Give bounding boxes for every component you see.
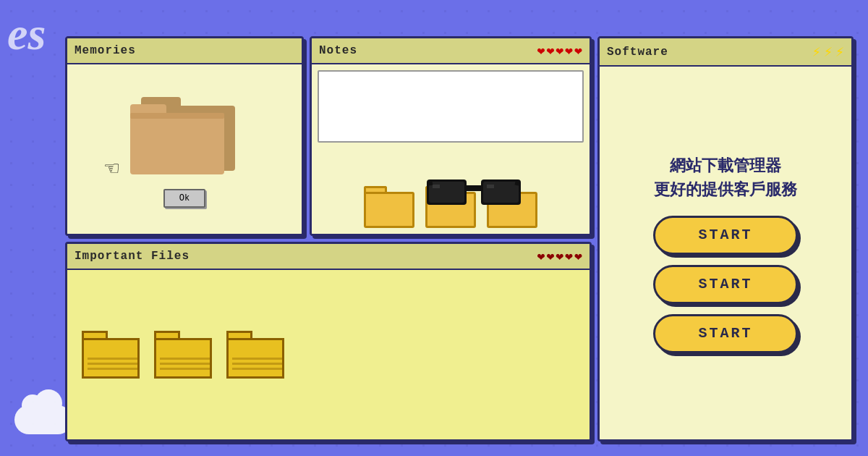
important-title: Important Files: [75, 250, 190, 263]
heart-1: ❤: [537, 43, 545, 59]
notes-titlebar: Notes ❤ ❤ ❤ ❤ ❤: [312, 38, 590, 64]
memories-inner: ☞ Ok: [127, 72, 242, 227]
cursor-hand-decoration: ☞: [105, 154, 119, 183]
important-folder-1[interactable]: [82, 331, 140, 379]
heart-5: ❤: [574, 43, 582, 59]
memories-titlebar: Memories: [67, 38, 302, 64]
lightning-1: ⚡: [812, 43, 821, 61]
notes-content-area: [312, 64, 590, 234]
notes-folders: [318, 150, 584, 228]
memories-content-area: ☞ Ok: [67, 64, 302, 234]
start-button-3[interactable]: START: [653, 314, 798, 353]
software-desc-line2: 更好的提供客戶服務: [654, 177, 797, 201]
important-heart-1: ❤: [537, 248, 545, 264]
heart-4: ❤: [565, 43, 573, 59]
svg-rect-14: [130, 113, 224, 174]
memories-window: Memories ☞: [65, 36, 304, 236]
svg-rect-16: [130, 113, 224, 119]
software-description: 網站下載管理器 更好的提供客戶服務: [654, 153, 797, 201]
important-folder-2[interactable]: [154, 331, 212, 379]
important-heart-4: ❤: [565, 248, 573, 264]
start-button-2[interactable]: START: [653, 265, 798, 304]
software-window: Software ⚡ ⚡ ⚡ 網站下載管理器 更好的提供客戶服務 START S…: [597, 36, 854, 442]
notes-textarea[interactable]: [318, 70, 584, 143]
important-files-window: Important Files ❤ ❤ ❤ ❤ ❤: [65, 242, 592, 442]
start-button-3-label: START: [698, 325, 752, 342]
main-container: Memories ☞: [65, 36, 854, 442]
software-title: Software: [607, 46, 668, 59]
notes-title: Notes: [319, 44, 357, 57]
important-heart-3: ❤: [556, 248, 563, 264]
important-heart-5: ❤: [574, 248, 582, 264]
notes-window: Notes ❤ ❤ ❤ ❤ ❤: [310, 36, 592, 236]
logo-text: es: [7, 8, 46, 59]
cloud-decoration: [14, 405, 72, 434]
lightning-2: ⚡: [824, 43, 833, 61]
software-desc-line1: 網站下載管理器: [654, 153, 797, 177]
start-button-1[interactable]: START: [653, 216, 798, 255]
heart-2: ❤: [547, 43, 555, 59]
notes-hearts: ❤ ❤ ❤ ❤ ❤: [537, 43, 582, 59]
notes-folder-2[interactable]: [425, 186, 476, 228]
important-hearts: ❤ ❤ ❤ ❤ ❤: [537, 248, 582, 264]
important-titlebar: Important Files ❤ ❤ ❤ ❤ ❤: [67, 244, 590, 270]
software-content-area: 網站下載管理器 更好的提供客戶服務 START START START: [600, 67, 851, 439]
software-titlebar: Software ⚡ ⚡ ⚡: [600, 38, 851, 67]
lightning-icons: ⚡ ⚡ ⚡: [812, 43, 844, 61]
start-button-1-label: START: [698, 227, 752, 243]
large-folder: [127, 91, 242, 182]
memories-title: Memories: [75, 44, 136, 57]
lightning-3: ⚡: [835, 43, 844, 61]
important-heart-2: ❤: [547, 248, 555, 264]
notes-folder-1[interactable]: [364, 186, 414, 228]
important-content-area: [67, 270, 590, 439]
logo: es: [7, 7, 46, 61]
start-buttons-container: START START START: [614, 216, 837, 353]
heart-3: ❤: [556, 43, 563, 59]
ok-button[interactable]: Ok: [163, 189, 205, 208]
notes-folder-3[interactable]: [487, 186, 537, 228]
start-button-2-label: START: [698, 276, 752, 292]
important-folder-3[interactable]: [226, 331, 284, 379]
